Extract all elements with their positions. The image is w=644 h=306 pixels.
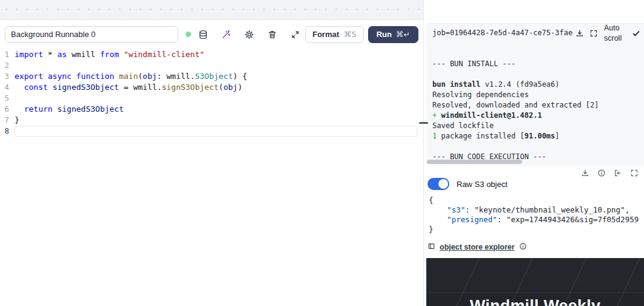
code-text: export async function main(obj: wmill.S3… bbox=[15, 71, 417, 82]
auto-scroll-toggle[interactable]: Auto scroll bbox=[604, 23, 629, 44]
database-icon[interactable] bbox=[198, 30, 208, 39]
ai-wand-icon[interactable] bbox=[221, 30, 231, 39]
code-line[interactable]: 3export async function main(obj: wmill.S… bbox=[0, 71, 423, 82]
line-number: 2 bbox=[0, 60, 15, 71]
run-shortcut: ⌘↵ bbox=[396, 30, 410, 39]
object-store-explorer-link[interactable]: object store explorer bbox=[440, 243, 515, 251]
code-text: import * as wmill from "windmill-client" bbox=[15, 49, 417, 60]
log-line: Resolved, downloaded and extracted [2] bbox=[432, 100, 640, 110]
check-icon bbox=[632, 29, 640, 38]
log-line: Saved lockfile bbox=[432, 121, 640, 131]
code-line[interactable]: 4 const signedS3Object = wmill.signS3Obj… bbox=[0, 82, 423, 93]
line-number: 5 bbox=[0, 93, 15, 104]
code-line[interactable]: 8 bbox=[0, 126, 423, 137]
info-icon[interactable] bbox=[597, 168, 606, 178]
code-text bbox=[15, 126, 417, 137]
log-horizontal-scrollbar[interactable] bbox=[427, 160, 522, 164]
job-log-area[interactable]: job=01964428-7e5d-4a47-ce75-3fae4 Auto s… bbox=[426, 23, 644, 166]
result-section: Raw S3 object { "s3": "keynote/thumbnail… bbox=[426, 166, 644, 253]
output-panel: job=01964428-7e5d-4a47-ce75-3fae4 Auto s… bbox=[424, 0, 644, 306]
format-button[interactable]: Format ⌘S bbox=[305, 26, 364, 43]
log-line: 1 package installed [91.00ms] bbox=[432, 131, 640, 141]
line-number: 4 bbox=[0, 82, 15, 93]
info-icon[interactable] bbox=[519, 242, 527, 253]
raw-s3-toggle-label: Raw S3 object bbox=[457, 180, 508, 189]
fullscreen-result-icon[interactable] bbox=[629, 168, 639, 178]
object-store-explorer-row: object store explorer bbox=[428, 242, 639, 253]
output-top-spacer bbox=[426, 0, 644, 23]
code-line[interactable]: 7} bbox=[0, 115, 423, 126]
code-editor[interactable]: 1import * as wmill from "windmill-client… bbox=[0, 49, 423, 306]
run-button-label: Run bbox=[377, 30, 392, 39]
result-actions bbox=[428, 168, 639, 177]
raw-s3-toggle[interactable] bbox=[428, 178, 449, 190]
trash-icon[interactable] bbox=[267, 30, 277, 39]
log-line: Resolving dependencies bbox=[432, 90, 640, 100]
editor-panel: Format ⌘S Run ⌘↵ 1import * as wmill from… bbox=[0, 0, 424, 306]
format-shortcut: ⌘S bbox=[344, 30, 356, 39]
code-lines: 1import * as wmill from "windmill-client… bbox=[0, 49, 423, 137]
windmill-app: Format ⌘S Run ⌘↵ 1import * as wmill from… bbox=[0, 0, 644, 306]
panel-resize-handle[interactable] bbox=[419, 122, 428, 124]
json-line: "s3": "keynote/thumbnail_weekly_10.png", bbox=[429, 205, 639, 215]
log-line: --- BUN INSTALL --- bbox=[432, 59, 640, 69]
code-line[interactable]: 1import * as wmill from "windmill-client… bbox=[0, 49, 423, 60]
s3-image-preview: Windmill Weekly bbox=[426, 258, 644, 306]
code-text: } bbox=[15, 115, 417, 126]
line-number: 3 bbox=[0, 71, 15, 82]
toolbar-icons bbox=[198, 30, 300, 39]
job-id-text: job=01964428-7e5d-4a47-ce75-3fae4 bbox=[432, 28, 573, 38]
run-button[interactable]: Run ⌘↵ bbox=[368, 26, 418, 43]
preview-caption-text: Windmill Weekly bbox=[426, 297, 644, 306]
line-number: 8 bbox=[0, 126, 15, 137]
log-line bbox=[432, 141, 640, 152]
code-text: return signedS3Object bbox=[15, 104, 417, 115]
editor-toolbar: Format ⌘S Run ⌘↵ bbox=[0, 20, 423, 49]
import-result-icon[interactable] bbox=[613, 168, 623, 178]
panel-left-icon bbox=[428, 242, 435, 253]
code-text bbox=[15, 93, 417, 104]
log-line: bun install v1.2.4 (fd9a5ea6) bbox=[432, 80, 640, 90]
line-number: 1 bbox=[0, 49, 15, 60]
code-line[interactable]: 2 bbox=[0, 60, 423, 71]
json-line: "presigned": "exp=1744943426&sig=7f05d29… bbox=[429, 215, 639, 225]
json-line: { bbox=[429, 195, 639, 205]
settings-gear-icon[interactable] bbox=[244, 30, 254, 39]
line-number: 7 bbox=[0, 115, 15, 126]
toggle-knob bbox=[438, 179, 448, 189]
runnable-title-input[interactable] bbox=[5, 26, 178, 42]
log-line bbox=[432, 69, 640, 80]
code-line[interactable]: 6 return signedS3Object bbox=[0, 104, 423, 115]
log-line: + windmill-client@1.482.1 bbox=[432, 110, 640, 121]
status-dot bbox=[186, 32, 191, 37]
raw-s3-toggle-row: Raw S3 object bbox=[428, 177, 639, 191]
code-text bbox=[15, 60, 417, 71]
format-button-label: Format bbox=[312, 30, 339, 39]
json-line: } bbox=[429, 225, 639, 234]
result-json[interactable]: { "s3": "keynote/thumbnail_weekly_10.png… bbox=[428, 195, 639, 234]
log-line bbox=[432, 49, 640, 59]
download-result-icon[interactable] bbox=[580, 168, 590, 178]
fullscreen-logs-icon[interactable] bbox=[589, 29, 598, 38]
download-logs-icon[interactable] bbox=[575, 29, 584, 38]
flow-canvas-dot-grid[interactable] bbox=[0, 0, 423, 20]
code-line[interactable]: 5 bbox=[0, 93, 423, 104]
job-header-row: job=01964428-7e5d-4a47-ce75-3fae4 Auto s… bbox=[432, 28, 640, 38]
expand-icon[interactable] bbox=[290, 30, 300, 39]
log-lines: --- BUN INSTALL --- bun install v1.2.4 (… bbox=[432, 38, 640, 162]
line-number: 6 bbox=[0, 104, 15, 115]
code-text: const signedS3Object = wmill.signS3Objec… bbox=[15, 82, 417, 93]
